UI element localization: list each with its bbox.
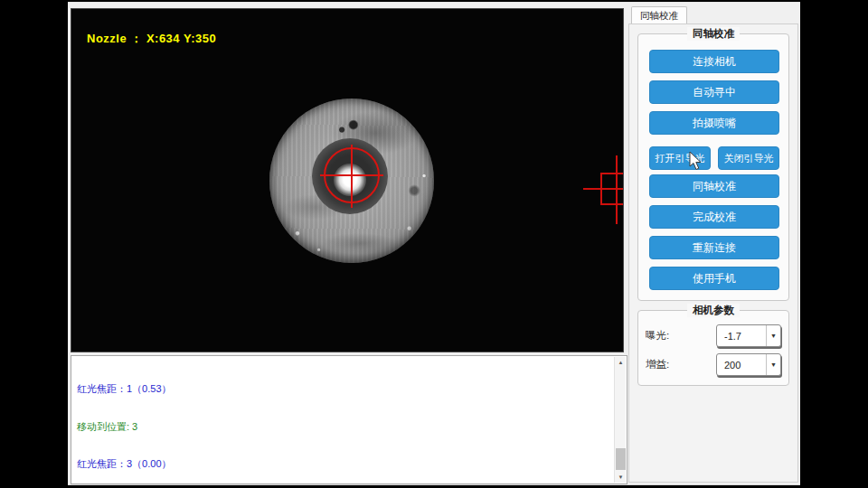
tab-coaxial-calibration[interactable]: 同轴校准 bbox=[631, 6, 687, 24]
tab-page: 同轴校准 连接相机 自动寻中 拍摄喷嘴 打开引导光 关闭引导光 同轴校准 完成校… bbox=[628, 23, 798, 483]
gain-dropdown[interactable]: 200 ▼ bbox=[716, 353, 781, 376]
log-line: 红光焦距：3（0.00） bbox=[77, 458, 621, 471]
close-guide-light-button[interactable]: 关闭引导光 bbox=[718, 146, 779, 170]
gain-value: 200 bbox=[717, 360, 766, 371]
auto-center-button[interactable]: 自动寻中 bbox=[649, 80, 779, 104]
desktop: Nozzle ： X:634 Y:350 红光焦距：1（0.53） 移动到位置:… bbox=[0, 0, 868, 488]
log-line: 移动到位置: 3 bbox=[77, 421, 621, 434]
exposure-dropdown[interactable]: -1.7 ▼ bbox=[716, 324, 781, 347]
mouse-cursor-icon bbox=[689, 152, 702, 171]
scroll-up-icon[interactable]: ▲ bbox=[615, 357, 627, 368]
exposure-label: 曝光: bbox=[646, 329, 669, 343]
chevron-down-icon[interactable]: ▼ bbox=[766, 325, 780, 346]
connect-camera-button[interactable]: 连接相机 bbox=[649, 50, 779, 73]
log-scrollbar[interactable]: ▲ ▼ bbox=[614, 357, 626, 483]
coaxial-calibrate-button[interactable]: 同轴校准 bbox=[649, 174, 779, 198]
calibration-group-title: 同轴校准 bbox=[687, 27, 740, 41]
gain-row: 增益: 200 ▼ bbox=[646, 353, 781, 376]
log-line: 红光焦距：1（0.53） bbox=[77, 383, 621, 396]
use-phone-button[interactable]: 使用手机 bbox=[649, 267, 779, 290]
reconnect-button[interactable]: 重新连接 bbox=[649, 236, 779, 259]
capture-nozzle-button[interactable]: 拍摄喷嘴 bbox=[649, 111, 779, 135]
app-window: Nozzle ： X:634 Y:350 红光焦距：1（0.53） 移动到位置:… bbox=[68, 2, 800, 485]
nozzle-position-label: Nozzle ： X:634 Y:350 bbox=[87, 31, 216, 47]
guide-light-button-row: 打开引导光 关闭引导光 bbox=[649, 146, 779, 170]
log-output[interactable]: 红光焦距：1（0.53） 移动到位置: 3 红光焦距：3（0.00） 移动到位置… bbox=[71, 355, 627, 484]
camera-params-group-title: 相机参数 bbox=[687, 304, 740, 317]
edge-reticle-square bbox=[600, 173, 624, 205]
camera-params-group: 相机参数 曝光: -1.7 ▼ 增益: 200 ▼ bbox=[637, 310, 789, 386]
scrollbar-thumb[interactable] bbox=[616, 448, 626, 470]
gain-label: 增益: bbox=[646, 358, 669, 371]
scroll-down-icon[interactable]: ▼ bbox=[615, 472, 627, 483]
finish-calibration-button[interactable]: 完成校准 bbox=[649, 205, 779, 229]
calibration-group: 同轴校准 连接相机 自动寻中 拍摄喷嘴 打开引导光 关闭引导光 同轴校准 完成校… bbox=[637, 33, 789, 301]
exposure-row: 曝光: -1.7 ▼ bbox=[646, 324, 781, 347]
log-lines: 红光焦距：1（0.53） 移动到位置: 3 红光焦距：3（0.00） 移动到位置… bbox=[71, 356, 627, 488]
crosshair-vertical-line bbox=[351, 145, 353, 208]
camera-view: Nozzle ： X:634 Y:350 bbox=[71, 8, 624, 352]
tab-strip: 同轴校准 bbox=[628, 6, 800, 23]
exposure-value: -1.7 bbox=[717, 331, 766, 342]
chevron-down-icon[interactable]: ▼ bbox=[766, 354, 780, 375]
crosshair-horizontal-line bbox=[320, 174, 383, 176]
right-panel: 同轴校准 同轴校准 连接相机 自动寻中 拍摄喷嘴 打开引导光 关闭引导光 同轴校… bbox=[628, 6, 800, 484]
